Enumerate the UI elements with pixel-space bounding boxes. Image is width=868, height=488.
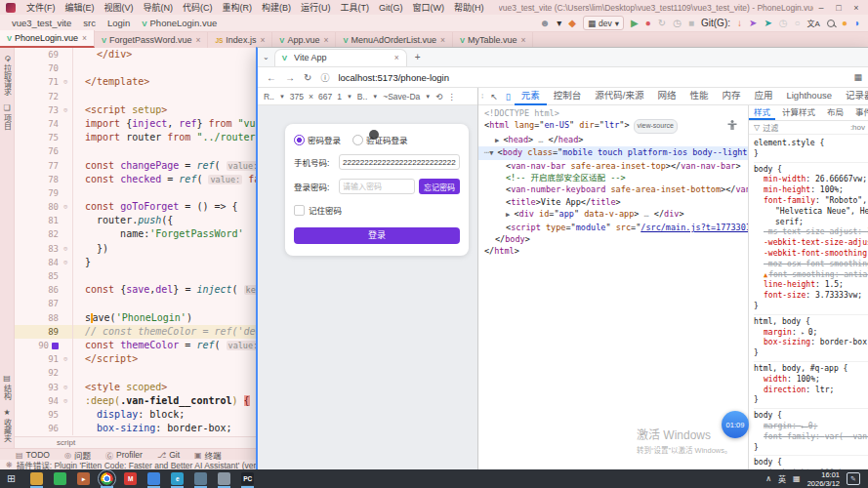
menu-item[interactable]: 帮助(H) [449,3,489,13]
css-property[interactable]: -ms-text-size-adjust: 100%; [754,227,868,238]
filter-label[interactable]: 过滤 [763,122,778,133]
rail-item-收藏夹[interactable]: ★收藏夹 [2,408,13,442]
dom-node[interactable]: <script type="module" src="/src/main.js?… [478,222,748,233]
devtools-tab-1[interactable]: 控制台 [547,88,589,105]
devtools-tab-5[interactable]: 内存 [715,88,747,105]
fold-marker[interactable]: ⊙ [59,352,72,366]
password-login-radio[interactable]: 密码登录 [294,134,341,145]
css-property[interactable]: min-width: 26.66667vw; [754,175,868,185]
password-input[interactable] [339,179,415,194]
touch-keyboard-icon[interactable]: ▦ [793,474,801,483]
styles-tab-0[interactable]: 样式 [749,105,775,120]
git-cloud-icon[interactable]: ○ [795,17,801,30]
css-property[interactable]: line-height: 1.5; [754,280,868,291]
ime-indicator[interactable]: 英 [778,473,786,484]
git-push-icon[interactable]: ➤ [749,17,757,30]
rail-item-结构[interactable]: ▤结构 [2,374,13,400]
reload-icon[interactable]: ↻ [304,72,311,83]
fold-marker[interactable]: ⊙ [59,242,72,256]
css-property[interactable]: min-height: 100%; [754,185,868,196]
browser-tab[interactable]: V Vite App × [274,49,407,66]
login-button[interactable]: 登录 [294,227,460,244]
rotate-icon[interactable]: ⟲ [435,92,442,102]
menu-item[interactable]: 编辑(E) [61,3,100,13]
zoom-select[interactable]: 1 [337,92,342,102]
devtools-tab-7[interactable]: Lighthouse [779,88,838,105]
kebab-menu-icon[interactable]: ⋮ [447,92,456,102]
tab-close-icon[interactable]: × [440,35,445,45]
devtools-tab-3[interactable]: 网络 [650,88,682,105]
styles-tab-3[interactable]: 事件监听器 [850,105,868,120]
git-update-icon[interactable]: ↓ [737,17,742,30]
menu-item[interactable]: 导航(N) [139,3,179,13]
css-property[interactable]: margin: ▸ 0; [754,328,868,339]
menu-item[interactable]: 工具(T) [336,3,375,13]
editor-tab-forgetpassword-vue[interactable]: VForgetPassWord.vue× [95,32,208,48]
elements-tree[interactable]: <!DOCTYPE html><html lang="en-US" dir="l… [478,105,748,470]
forget-password-button[interactable]: 忘记密码 [419,179,460,194]
taskbar-wechat[interactable] [54,472,66,485]
css-property[interactable]: font-family: var(--van-base-; [754,432,868,443]
menu-item[interactable]: Git(G) [374,3,408,13]
extensions-icon[interactable]: ▦ [853,72,862,82]
git-pull-icon[interactable]: ➤ [764,17,771,30]
close-button[interactable]: × [848,1,864,15]
css-property[interactable]: width: 100%; [754,375,868,386]
taskbar-pycharm[interactable]: PC [241,472,254,485]
fold-marker[interactable]: ⊙ [59,103,72,117]
menu-item[interactable]: 文件(F) [21,3,61,13]
git-history-icon[interactable]: ◷ [779,17,788,30]
breadcrumb-item[interactable]: src [83,18,96,28]
css-property[interactable]: -webkit-font-smoothing: anti; [754,249,868,260]
tray-chevron-icon[interactable]: ∧ [765,474,771,483]
menu-item[interactable]: 窗口(W) [408,3,450,13]
taskbar-gray-app[interactable] [218,472,230,485]
maximize-button[interactable]: □ [831,1,847,15]
css-property[interactable]: direction: ltr; [754,386,868,396]
menu-item[interactable]: 运行(U) [296,3,336,13]
device-mode-select[interactable]: R.. [264,92,274,102]
css-property[interactable]: font-size: 3.73333vw; [754,291,868,302]
dom-node[interactable]: <!-- 开启底部安全区适配 --> [478,172,748,183]
tab-close-icon[interactable]: × [394,53,399,62]
tab-close-icon[interactable]: × [260,35,265,45]
taskbar-chrome[interactable] [101,472,113,485]
tab-search-icon[interactable]: ⌄ [263,53,269,61]
css-property[interactable]: font-family: "Roboto", "-app; [754,196,868,207]
assistant-icon[interactable]: ◗ [854,17,860,30]
rail-item-项目[interactable]: ❏项目 [2,103,13,130]
css-property[interactable]: margin: ▸ 0; [754,422,868,432]
tab-close-icon[interactable]: × [520,35,525,45]
styles-tab-2[interactable]: 布局 [822,105,848,120]
stop-icon[interactable]: ■ [688,17,694,30]
tab-close-icon[interactable]: × [323,35,328,45]
css-property[interactable]: -webkit-text-size-adjust: 100%; [754,238,868,249]
start-button-icon[interactable]: ⊞ [7,472,16,485]
devtools-tab-6[interactable]: 应用 [747,88,779,105]
fold-marker[interactable]: ⊙ [59,381,72,394]
dom-node[interactable]: <van-number-keyboard safe-area-inset-bot… [478,183,748,195]
device-width[interactable]: 375 [290,92,304,102]
css-property[interactable]: ▲font-smoothing: antialiased; [754,270,868,281]
debug-stop-icon[interactable]: ● [645,17,651,30]
splitter-handle[interactable]: ⁞ [481,92,483,101]
dom-node[interactable]: </html> [478,245,748,257]
editor-tab-mytable-vue[interactable]: VMyTable.vue× [453,32,534,48]
devtools-tab-2[interactable]: 源代码/来源 [588,88,650,105]
breadcrumb-item[interactable]: VPhoneLogin.vue [142,18,217,28]
editor-tab-app-vue[interactable]: VApp.vue× [272,32,336,48]
throttle-select[interactable]: B.. [357,92,367,102]
translate-icon[interactable]: 文A [807,18,820,28]
hov-toggle[interactable]: :hov [850,123,865,132]
update-icon[interactable]: ● [842,17,847,30]
dom-node[interactable]: <van-nav-bar safe-area-inset-top></van-n… [478,160,748,172]
devtools-tab-8[interactable]: 记录器 [839,88,868,105]
rail-item-拉取请求[interactable]: ⟳拉取请求 [2,56,13,96]
menu-item[interactable]: 构建(B) [257,3,296,13]
dom-node[interactable]: ▶ <head> … </head> [478,134,748,146]
clock[interactable]: 16:01 2026/3/12 [807,470,840,488]
minimize-button[interactable]: – [813,1,829,15]
tab-close-icon[interactable]: × [82,33,87,43]
dom-node[interactable]: </body> [478,233,748,245]
site-info-icon[interactable]: ⓘ [320,71,329,84]
